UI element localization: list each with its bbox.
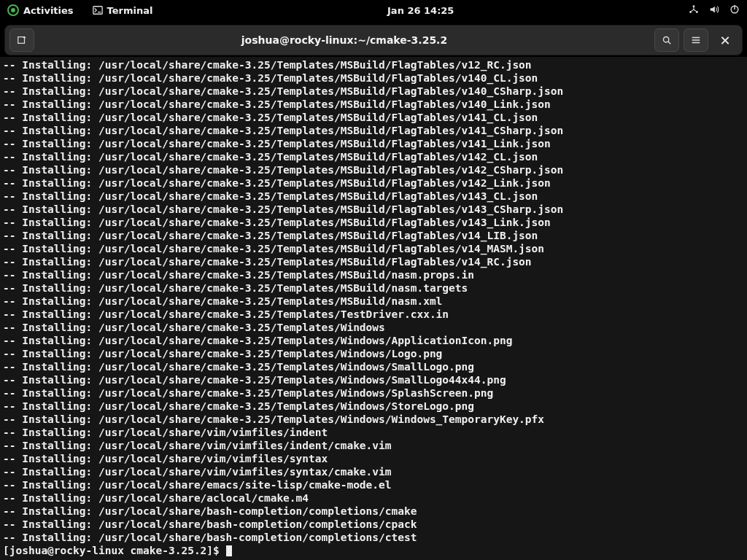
terminal-line: -- Installing: /usr/local/share/bash-com… [3,531,744,544]
terminal-line: -- Installing: /usr/local/share/cmake-3.… [3,71,744,85]
search-button[interactable] [654,28,679,52]
terminal-line: -- Installing: /usr/local/share/cmake-3.… [3,111,744,124]
terminal-line: -- Installing: /usr/local/share/bash-com… [3,505,744,518]
terminal-headerbar: joshua@rocky-linux:~/cmake-3.25.2 ✕ [4,25,743,55]
terminal-line: -- Installing: /usr/local/share/cmake-3.… [3,150,744,163]
terminal-line: -- Installing: /usr/local/share/cmake-3.… [3,334,744,347]
terminal-output[interactable]: -- Installing: /usr/local/share/cmake-3.… [0,57,747,560]
svg-point-7 [663,36,668,42]
terminal-line: -- Installing: /usr/local/share/cmake-3.… [3,176,744,190]
terminal-line: -- Installing: /usr/local/share/cmake-3.… [3,347,744,360]
terminal-line: -- Installing: /usr/local/share/cmake-3.… [3,203,744,216]
terminal-line: -- Installing: /usr/local/share/cmake-3.… [3,163,744,176]
terminal-line: -- Installing: /usr/local/share/cmake-3.… [3,321,744,334]
svg-rect-0 [93,7,101,15]
svg-rect-5 [734,4,735,9]
terminal-line: -- Installing: /usr/local/share/cmake-3.… [3,386,744,400]
terminal-line: -- Installing: /usr/local/share/cmake-3.… [3,242,744,255]
terminal-line: -- Installing: /usr/local/share/cmake-3.… [3,308,744,321]
clock[interactable]: Jan 26 14:25 [387,5,454,16]
terminal-line: -- Installing: /usr/local/share/cmake-3.… [3,229,744,242]
terminal-line: -- Installing: /usr/local/share/bash-com… [3,518,744,531]
network-icon[interactable] [689,4,699,17]
new-tab-icon [17,35,27,45]
close-icon: ✕ [719,33,730,48]
terminal-line: -- Installing: /usr/local/share/cmake-3.… [3,295,744,308]
terminal-line: -- Installing: /usr/local/share/cmake-3.… [3,255,744,268]
terminal-line: -- Installing: /usr/local/share/emacs/si… [3,478,744,491]
volume-icon[interactable] [709,4,719,17]
power-icon[interactable] [729,4,740,17]
terminal-line: -- Installing: /usr/local/share/vim/vimf… [3,465,744,478]
terminal-line: -- Installing: /usr/local/share/cmake-3.… [3,373,744,386]
window-title: joshua@rocky-linux:~/cmake-3.25.2 [39,34,650,46]
activities-label: Activities [23,5,74,16]
activities-icon [7,4,19,16]
close-button[interactable]: ✕ [713,28,738,52]
terminal-line: -- Installing: /usr/local/share/cmake-3.… [3,268,744,281]
activities-button[interactable]: Activities [7,4,74,16]
search-icon [662,35,672,45]
gnome-topbar: Activities Terminal Jan 26 14:25 [0,0,747,20]
terminal-line: -- Installing: /usr/local/share/vim/vimf… [3,452,744,465]
terminal-line: -- Installing: /usr/local/share/cmake-3.… [3,360,744,373]
terminal-line: -- Installing: /usr/local/share/cmake-3.… [3,216,744,229]
new-tab-button[interactable] [9,28,34,52]
terminal-line: -- Installing: /usr/local/share/cmake-3.… [3,413,744,426]
terminal-line: -- Installing: /usr/local/share/aclocal/… [3,491,744,505]
terminal-line: -- Installing: /usr/local/share/cmake-3.… [3,137,744,150]
terminal-line: -- Installing: /usr/local/share/cmake-3.… [3,85,744,98]
topbar-app-label: Terminal [107,5,153,16]
hamburger-icon [691,35,701,45]
cursor [226,545,232,556]
terminal-line: -- Installing: /usr/local/share/cmake-3.… [3,400,744,413]
terminal-icon [93,5,103,15]
terminal-line: -- Installing: /usr/local/share/cmake-3.… [3,190,744,203]
terminal-line: -- Installing: /usr/local/share/cmake-3.… [3,124,744,137]
terminal-line: -- Installing: /usr/local/share/cmake-3.… [3,281,744,295]
terminal-line: -- Installing: /usr/local/share/cmake-3.… [3,98,744,111]
terminal-line: -- Installing: /usr/local/share/cmake-3.… [3,58,744,71]
menu-button[interactable] [684,28,708,52]
topbar-app-indicator[interactable]: Terminal [93,5,153,16]
terminal-line: -- Installing: /usr/local/share/vim/vimf… [3,426,744,439]
terminal-line: -- Installing: /usr/local/share/vim/vimf… [3,439,744,452]
shell-prompt[interactable]: [joshua@rocky-linux cmake-3.25.2]$ [3,544,744,557]
